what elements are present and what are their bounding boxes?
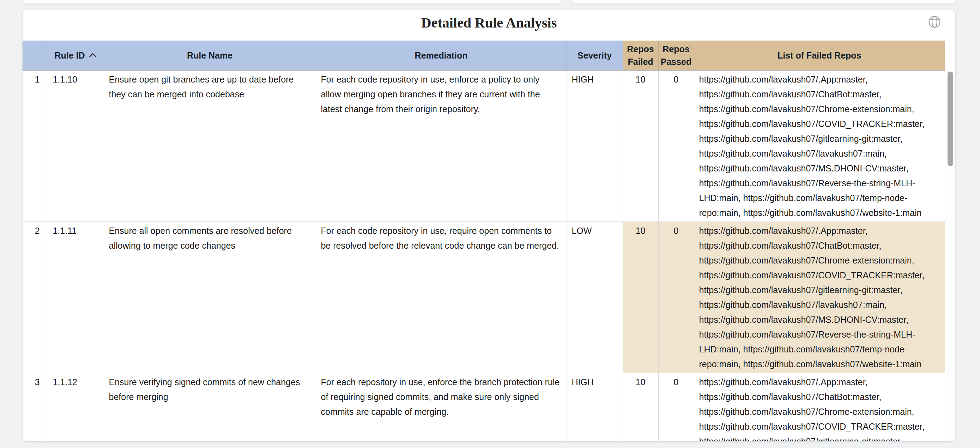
data-table: Rule ID Rule Name Remediation Severity R… <box>22 41 945 441</box>
cell-severity: HIGH <box>566 373 623 441</box>
cell-repos-failed: 10 <box>623 70 658 222</box>
top-card-left <box>22 0 561 3</box>
cell-repos-failed: 10 <box>623 222 658 373</box>
column-header-failed-repos-list[interactable]: List of Failed Repos <box>694 41 945 70</box>
cell-row-num: 1 <box>22 70 48 222</box>
cell-repos-passed: 0 <box>658 70 694 222</box>
globe-icon[interactable] <box>928 15 941 29</box>
table-row: 2 1.1.11 Ensure all open comments are re… <box>22 222 945 373</box>
table-scrollbar[interactable] <box>945 70 955 441</box>
cell-remediation: For each code repository in use, enforce… <box>316 70 566 222</box>
page: Detailed Rule Analysis Rule ID <box>0 0 980 448</box>
column-header-label: Rule ID <box>54 51 85 60</box>
rule-analysis-card: Detailed Rule Analysis Rule ID <box>22 10 955 441</box>
cell-severity: LOW <box>566 222 623 373</box>
cell-repos-passed: 0 <box>658 373 694 441</box>
cell-failed-repos-list: https://github.com/lavakush07/.App:maste… <box>694 70 945 222</box>
cell-row-num: 3 <box>22 373 48 441</box>
table-header-row: Rule ID Rule Name Remediation Severity R… <box>22 41 945 70</box>
cell-row-num: 2 <box>22 222 48 373</box>
column-header-rule-name[interactable]: Rule Name <box>104 41 316 70</box>
cell-rule-name: Ensure verifying signed commits of new c… <box>104 373 316 441</box>
column-header-remediation[interactable]: Remediation <box>316 41 566 70</box>
column-header-row-num <box>22 41 48 70</box>
cell-remediation: For each repository in use, enforce the … <box>316 373 566 441</box>
card-header: Detailed Rule Analysis <box>22 10 955 41</box>
cell-repos-failed: 10 <box>623 373 658 441</box>
sort-ascending-icon <box>89 52 97 58</box>
cell-failed-repos-list: https://github.com/lavakush07/.App:maste… <box>694 373 945 441</box>
cell-severity: HIGH <box>566 70 623 222</box>
column-header-rule-id[interactable]: Rule ID <box>48 41 104 70</box>
cell-rule-id: 1.1.12 <box>48 373 104 441</box>
page-title: Detailed Rule Analysis <box>22 10 955 31</box>
column-header-repos-passed[interactable]: Repos Passed <box>658 41 694 70</box>
cell-repos-passed: 0 <box>658 222 694 373</box>
top-card-right <box>572 0 955 3</box>
cell-rule-name: Ensure all open comments are resolved be… <box>104 222 316 373</box>
cell-rule-name: Ensure open git branches are up to date … <box>104 70 316 222</box>
table-row: 1 1.1.10 Ensure open git branches are up… <box>22 70 945 222</box>
cell-failed-repos-list: https://github.com/lavakush07/.App:maste… <box>694 222 945 373</box>
column-header-severity[interactable]: Severity <box>566 41 623 70</box>
cell-rule-id: 1.1.11 <box>48 222 104 373</box>
column-header-repos-failed[interactable]: Repos Failed <box>623 41 658 70</box>
cell-remediation: For each code repository in use, require… <box>316 222 566 373</box>
cell-rule-id: 1.1.10 <box>48 70 104 222</box>
scrollbar-thumb[interactable] <box>948 71 953 166</box>
table-row: 3 1.1.12 Ensure verifying signed commits… <box>22 373 945 441</box>
